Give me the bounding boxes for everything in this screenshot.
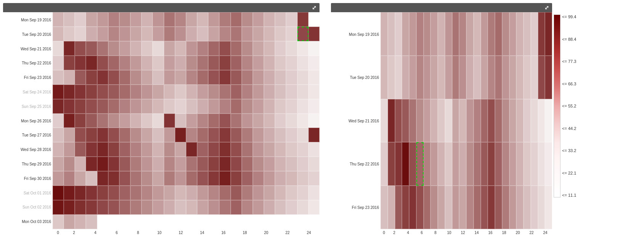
- heatmap-cell[interactable]: [64, 128, 75, 142]
- heatmap-cell[interactable]: [97, 41, 108, 56]
- heatmap-cell[interactable]: [445, 186, 452, 229]
- heatmap-cell[interactable]: [275, 41, 286, 56]
- heatmap-cell[interactable]: [474, 186, 481, 229]
- heatmap-cell[interactable]: [53, 200, 64, 215]
- heatmap-cell[interactable]: [231, 12, 242, 27]
- heatmap-cell[interactable]: [445, 99, 452, 143]
- heatmap-cell[interactable]: [275, 186, 286, 200]
- heatmap-cell[interactable]: [64, 186, 75, 200]
- heatmap-cell[interactable]: [97, 85, 108, 99]
- heatmap-cell[interactable]: [286, 114, 297, 128]
- heatmap-cell[interactable]: [253, 41, 264, 56]
- heatmap-cell[interactable]: [197, 12, 208, 27]
- heatmap-cell[interactable]: [86, 142, 97, 157]
- heatmap-cell[interactable]: [242, 215, 253, 229]
- heatmap-cell[interactable]: [253, 114, 264, 128]
- heatmap-cell[interactable]: [264, 70, 275, 85]
- heatmap-cell[interactable]: [64, 114, 75, 128]
- heatmap-cell[interactable]: [97, 27, 108, 41]
- heatmap-cell[interactable]: [219, 157, 230, 171]
- heatmap-cell[interactable]: [286, 215, 297, 229]
- heatmap-cell[interactable]: [153, 114, 164, 128]
- heatmap-cell[interactable]: [53, 114, 64, 128]
- heatmap-cell[interactable]: [53, 171, 64, 186]
- heatmap-cell[interactable]: [119, 186, 130, 200]
- heatmap-cell[interactable]: [53, 99, 64, 114]
- heatmap-cell[interactable]: [119, 99, 130, 114]
- heatmap-cell[interactable]: [175, 157, 186, 171]
- heatmap-cell[interactable]: [208, 215, 219, 229]
- heatmap-cell[interactable]: [86, 41, 97, 56]
- heatmap-cell[interactable]: [275, 200, 286, 215]
- heatmap-cell[interactable]: [219, 200, 230, 215]
- heatmap-cell[interactable]: [197, 27, 208, 41]
- heatmap-cell[interactable]: [119, 128, 130, 142]
- heatmap-cell[interactable]: [395, 142, 402, 186]
- heatmap-cell[interactable]: [219, 70, 230, 85]
- heatmap-cell[interactable]: [286, 41, 297, 56]
- heatmap-cell[interactable]: [141, 142, 153, 157]
- heatmap-cell[interactable]: [516, 142, 524, 186]
- heatmap-cell[interactable]: [502, 99, 509, 143]
- heatmap-cell[interactable]: [164, 114, 175, 128]
- heatmap-cell[interactable]: [175, 215, 186, 229]
- heatmap-cell[interactable]: [97, 200, 108, 215]
- chart2-expand-icon[interactable]: ⤢: [544, 5, 549, 11]
- heatmap-cell[interactable]: [108, 12, 119, 27]
- heatmap-cell[interactable]: [119, 142, 130, 157]
- heatmap-cell[interactable]: [424, 142, 431, 186]
- heatmap-cell[interactable]: [264, 99, 275, 114]
- heatmap-cell[interactable]: [197, 70, 208, 85]
- heatmap-cell[interactable]: [445, 12, 452, 56]
- heatmap-cell[interactable]: [130, 186, 141, 200]
- heatmap-cell[interactable]: [219, 142, 230, 157]
- heatmap-cell[interactable]: [130, 215, 141, 229]
- heatmap-cell[interactable]: [264, 12, 275, 27]
- heatmap-cell[interactable]: [108, 215, 119, 229]
- heatmap-cell[interactable]: [130, 200, 141, 215]
- heatmap-cell[interactable]: [466, 142, 474, 186]
- heatmap-cell[interactable]: [75, 27, 86, 41]
- heatmap-cell[interactable]: [275, 85, 286, 99]
- heatmap-cell[interactable]: [381, 56, 388, 99]
- heatmap-cell[interactable]: [231, 114, 242, 128]
- heatmap-cell[interactable]: [208, 99, 219, 114]
- heatmap-cell[interactable]: [395, 186, 402, 229]
- heatmap-cell[interactable]: [119, 85, 130, 99]
- heatmap-cell[interactable]: [75, 41, 86, 56]
- heatmap-cell[interactable]: [438, 99, 445, 143]
- heatmap-cell[interactable]: [381, 12, 388, 56]
- heatmap-cell[interactable]: [231, 99, 242, 114]
- heatmap-cell[interactable]: [474, 12, 481, 56]
- heatmap-cell[interactable]: [242, 85, 253, 99]
- heatmap-cell[interactable]: [308, 157, 320, 171]
- heatmap-cell[interactable]: [438, 186, 445, 229]
- heatmap-cell[interactable]: [130, 70, 141, 85]
- heatmap-cell[interactable]: [308, 85, 320, 99]
- heatmap-cell[interactable]: [86, 70, 97, 85]
- heatmap-cell[interactable]: [242, 99, 253, 114]
- heatmap-cell[interactable]: [75, 186, 86, 200]
- heatmap-cell[interactable]: [97, 128, 108, 142]
- heatmap-cell[interactable]: [219, 171, 230, 186]
- heatmap-cell[interactable]: [141, 41, 153, 56]
- heatmap-cell[interactable]: [286, 200, 297, 215]
- heatmap-cell[interactable]: [545, 12, 552, 56]
- heatmap-cell[interactable]: [208, 114, 219, 128]
- heatmap-cell[interactable]: [186, 85, 197, 99]
- heatmap-cell[interactable]: [459, 12, 466, 56]
- heatmap-cell[interactable]: [264, 157, 275, 171]
- heatmap-cell[interactable]: [208, 41, 219, 56]
- heatmap-cell[interactable]: [108, 85, 119, 99]
- heatmap-cell[interactable]: [164, 41, 175, 56]
- heatmap-cell[interactable]: [524, 12, 531, 56]
- heatmap-cell[interactable]: [481, 142, 488, 186]
- heatmap-cell[interactable]: [524, 99, 531, 143]
- heatmap-cell[interactable]: [388, 142, 395, 186]
- heatmap-cell[interactable]: [97, 12, 108, 27]
- heatmap-cell[interactable]: [219, 114, 230, 128]
- heatmap-cell[interactable]: [242, 171, 253, 186]
- heatmap-cell[interactable]: [153, 85, 164, 99]
- heatmap-cell[interactable]: [175, 128, 186, 142]
- heatmap-cell[interactable]: [175, 114, 186, 128]
